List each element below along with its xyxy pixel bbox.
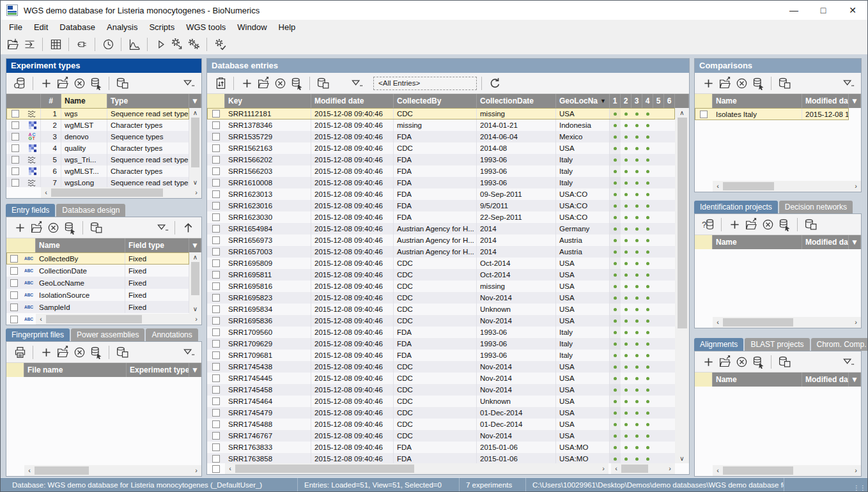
tab-identification-projects[interactable]: Identification projects <box>694 201 778 213</box>
scroll-left-icon[interactable]: ‹ <box>225 463 235 474</box>
row-checkbox[interactable] <box>12 110 19 118</box>
db-select-icon[interactable] <box>288 75 305 91</box>
header-modified-date[interactable]: Modified date <box>802 373 849 387</box>
header-key[interactable]: Key <box>225 94 311 108</box>
row-checkbox[interactable] <box>212 340 220 348</box>
row-checkbox[interactable] <box>12 121 19 129</box>
scroll-thumb[interactable] <box>678 118 687 328</box>
column-options-icon[interactable]: ▼ <box>600 98 606 104</box>
db-select-icon[interactable] <box>61 219 78 236</box>
row-checkbox[interactable] <box>12 144 19 152</box>
tab-alignments[interactable]: Alignments <box>694 338 743 351</box>
up-icon[interactable] <box>180 219 196 236</box>
row-checkbox[interactable] <box>212 282 220 290</box>
gear-check-icon[interactable] <box>212 36 228 53</box>
entry-field-row[interactable]: ABC CollectionDate Fixed <box>6 265 189 277</box>
scroll-thumb[interactable] <box>51 188 163 197</box>
header-modified-date[interactable]: Modified date <box>802 94 849 108</box>
header-experiment-column[interactable]: 6 <box>664 94 675 108</box>
scroll-up-icon[interactable]: ∧ <box>193 108 198 118</box>
row-checkbox[interactable] <box>212 317 220 325</box>
row-checkbox[interactable] <box>212 179 220 187</box>
horizontal-scrollbar[interactable]: ‹ › <box>6 465 201 476</box>
play-icon[interactable] <box>152 36 169 53</box>
tab-fingerprint-files[interactable]: Fingerprint files <box>6 328 70 341</box>
db-eye-icon[interactable] <box>12 75 28 91</box>
header-geo-loc-name[interactable]: GeoLocNa▼ <box>556 94 610 108</box>
header-name[interactable]: Name <box>713 373 802 387</box>
scroll-right-icon[interactable]: › <box>191 187 201 198</box>
entries-row[interactable]: SRR1656973 2015-12-08 09:40:46 Austrian … <box>207 234 675 246</box>
header-collected-by[interactable]: CollectedBy <box>394 94 477 108</box>
question-db-icon[interactable] <box>700 216 717 233</box>
row-checkbox[interactable] <box>212 110 220 118</box>
tab-chrom-comp[interactable]: Chrom. Comp. <box>811 338 868 351</box>
scroll-left-icon[interactable]: ‹ <box>36 314 46 325</box>
column-options-icon[interactable]: ▼ <box>189 238 201 252</box>
row-checkbox[interactable] <box>212 363 220 371</box>
plus-icon[interactable] <box>700 353 717 370</box>
entries-row[interactable]: SRR1763833 2015-12-08 09:40:46 FDA 2015-… <box>207 442 675 453</box>
header-name[interactable]: Name <box>36 238 125 252</box>
copy-icon[interactable] <box>88 219 104 236</box>
horizontal-scrollbar[interactable]: ‹ › <box>695 181 861 192</box>
experiment-type-row[interactable]: ACGT 7 wgsLong Sequence read set types <box>6 177 189 187</box>
header-name[interactable]: Name <box>713 235 802 249</box>
maximize-button[interactable]: □ <box>809 1 838 20</box>
row-checkbox[interactable] <box>212 213 220 221</box>
header-modified-date[interactable]: Modified date <box>311 94 394 108</box>
column-options-icon[interactable]: ▼ <box>849 373 861 387</box>
tab-decision-networks[interactable]: Decision networks <box>779 201 853 213</box>
horizontal-scrollbar[interactable]: ‹ › ‹ › <box>207 463 689 474</box>
tab-blast-projects[interactable]: BLAST projects <box>745 338 809 351</box>
scroll-right-icon[interactable]: › <box>191 314 201 325</box>
row-checkbox[interactable] <box>212 236 220 244</box>
column-options-icon[interactable]: ▼ <box>849 235 861 249</box>
menu-item[interactable]: File <box>3 21 28 33</box>
row-checkbox[interactable] <box>212 190 220 198</box>
row-checkbox[interactable] <box>212 351 220 359</box>
entries-row[interactable]: SRR1745438 2015-12-08 09:40:46 CDC Nov-2… <box>207 361 675 373</box>
entries-row[interactable]: SRR1763858 2015-12-08 09:40:46 FDA 2015-… <box>207 453 675 463</box>
tab-power-assemblies[interactable]: Power assemblies <box>71 328 144 341</box>
header-experiment-type[interactable]: Experiment type <box>127 363 189 377</box>
header-collection-date[interactable]: CollectionDate <box>477 94 556 108</box>
copy-icon[interactable] <box>776 353 793 370</box>
entries-row[interactable]: SRR1378346 2015-12-08 09:40:46 missing 2… <box>207 119 675 131</box>
scroll-left-icon[interactable]: ‹ <box>24 465 35 476</box>
folder-icon[interactable] <box>255 75 272 91</box>
scroll-thumb[interactable] <box>191 262 199 295</box>
row-checkbox[interactable] <box>212 374 220 382</box>
row-checkbox[interactable] <box>700 111 708 118</box>
entry-field-row[interactable]: ABC CollectedBy Fixed <box>6 252 189 265</box>
scroll-up-icon[interactable]: ∧ <box>679 108 684 118</box>
scroll-left-icon[interactable]: ‹ <box>713 181 723 192</box>
tab-database-design[interactable]: Database design <box>56 204 125 217</box>
clipboard-icon[interactable] <box>212 75 229 91</box>
minimize-button[interactable]: — <box>779 1 809 20</box>
scroll-thumb[interactable] <box>723 466 793 475</box>
plus-icon[interactable] <box>38 75 54 91</box>
resize-grip-icon[interactable]: ⋮⋮ <box>853 484 866 491</box>
grid-icon[interactable] <box>47 36 64 53</box>
filter-icon[interactable] <box>839 75 856 91</box>
row-checkbox[interactable] <box>10 267 18 275</box>
plug-icon[interactable] <box>74 36 90 53</box>
menu-item[interactable]: Scripts <box>143 21 180 33</box>
delete-icon[interactable] <box>733 75 750 91</box>
row-checkbox[interactable] <box>10 291 18 299</box>
row-checkbox[interactable] <box>212 465 220 473</box>
header-experiment-column[interactable]: 4 <box>642 94 653 108</box>
column-options-icon[interactable]: ▼ <box>189 94 201 108</box>
menu-item[interactable]: Help <box>273 21 302 33</box>
column-options-icon[interactable]: ▼ <box>189 363 201 377</box>
scroll-left-icon[interactable]: ‹ <box>713 465 723 476</box>
scroll-down-icon[interactable]: ∨ <box>193 304 198 314</box>
row-checkbox[interactable] <box>212 259 220 267</box>
entries-row[interactable]: SRR1623030 2015-12-08 09:40:46 FDA 22-Se… <box>207 211 675 223</box>
header-type[interactable]: Type <box>107 94 189 108</box>
folder-icon[interactable] <box>743 216 759 233</box>
header-field-type[interactable]: Field type <box>125 238 189 252</box>
import-db-icon[interactable] <box>4 36 21 53</box>
curve-icon[interactable] <box>126 36 143 53</box>
